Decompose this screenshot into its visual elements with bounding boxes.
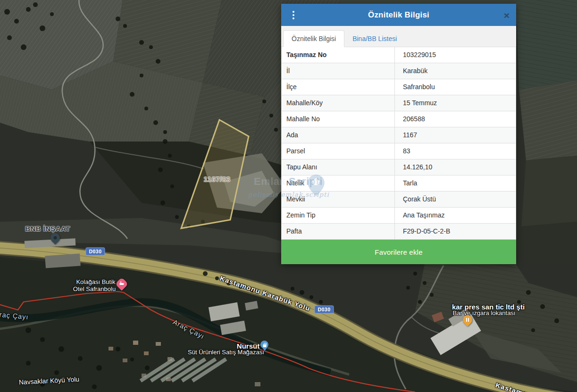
row-value: Safranbolu	[395, 79, 516, 95]
road-shield-d030-west: D030	[85, 248, 105, 256]
row-value: 206588	[395, 111, 516, 127]
row-value: 83	[395, 143, 516, 159]
row-label: Ada	[282, 127, 395, 143]
row-value: Tarla	[395, 175, 516, 191]
tab-bar: Öznitelik Bilgisi Bina/BB Listesi	[281, 26, 516, 47]
screen: BNB İNŞAAT D030 D030 Kolağası Butik Otel…	[0, 0, 577, 392]
dairy-pin-icon[interactable]	[260, 341, 268, 349]
add-to-favorites-button[interactable]: Favorilere ekle	[281, 240, 516, 264]
table-row: Tapu Alanı 14.126,10	[282, 159, 516, 175]
row-label: Mevkii	[282, 192, 395, 207]
restaurant-label-line2: Bar ve ızgara lokantası	[453, 309, 516, 317]
row-value: Çorak Üstü	[395, 192, 516, 207]
panel-header: Öznitelik Bilgisi ×	[281, 4, 516, 26]
dairy-label-line2: Süt Ürünleri Satış Mağazası	[188, 349, 264, 356]
hotel-pin-icon[interactable]	[117, 279, 126, 289]
table-row: Ada 1167	[282, 127, 516, 143]
road-shield-d030-east: D030	[314, 306, 334, 314]
row-value: F29-D-05-C-2-B	[395, 224, 516, 239]
row-label: İl	[282, 63, 395, 79]
row-label: Parsel	[282, 143, 395, 159]
kebab-menu-icon[interactable]	[290, 9, 297, 21]
row-label: Taşınmaz No	[282, 47, 395, 63]
row-label: İlçe	[282, 79, 395, 95]
row-label: Mahalle/Köy	[282, 95, 395, 111]
table-row: Mahalle No 206588	[282, 111, 516, 127]
row-value: Karabük	[395, 63, 516, 79]
parcel-number-label: 1167/83	[204, 175, 231, 183]
restaurant-pin-icon[interactable]	[463, 315, 472, 325]
table-row: Mahalle/Köy 15 Temmuz	[282, 95, 516, 111]
hotel-label-line1: Kolağası Butik	[76, 278, 115, 285]
row-value: 15 Temmuz	[395, 95, 516, 111]
row-label: Nitelik	[282, 175, 395, 191]
table-row: Pafta F29-D-05-C-2-B	[282, 224, 516, 240]
row-value: 103229015	[395, 47, 516, 63]
attribute-table: Taşınmaz No 103229015 İl Karabük İlçe Sa…	[281, 47, 516, 240]
tab-bina-bb-listesi[interactable]: Bina/BB Listesi	[344, 31, 405, 47]
row-label: Zemin Tip	[282, 208, 395, 223]
row-value: 1167	[395, 127, 516, 143]
table-row: Parsel 83	[282, 143, 516, 159]
construction-label: BNB İNŞAAT	[25, 225, 70, 233]
row-label: Mahalle No	[282, 111, 395, 127]
table-row: Zemin Tip Ana Taşınmaz	[282, 208, 516, 224]
table-row: Mevkii Çorak Üstü	[282, 192, 516, 208]
close-icon[interactable]: ×	[504, 10, 510, 20]
row-label: Pafta	[282, 224, 395, 239]
table-row: İlçe Safranbolu	[282, 79, 516, 95]
table-row: İl Karabük	[282, 63, 516, 79]
row-value: Ana Taşınmaz	[395, 208, 516, 223]
hotel-label-line2: Otel Safranbolu	[73, 285, 116, 292]
table-row: Taşınmaz No 103229015	[282, 47, 516, 63]
table-row: Nitelik Tarla	[282, 175, 516, 192]
construction-pin-icon[interactable]	[50, 233, 60, 242]
row-label: Tapu Alanı	[282, 159, 395, 175]
panel-title: Öznitelik Bilgisi	[281, 10, 516, 20]
attribute-info-panel: Öznitelik Bilgisi × Öznitelik Bilgisi Bi…	[281, 4, 516, 264]
row-value: 14.126,10	[395, 159, 516, 175]
tab-oznitelik-bilgisi[interactable]: Öznitelik Bilgisi	[283, 30, 344, 47]
